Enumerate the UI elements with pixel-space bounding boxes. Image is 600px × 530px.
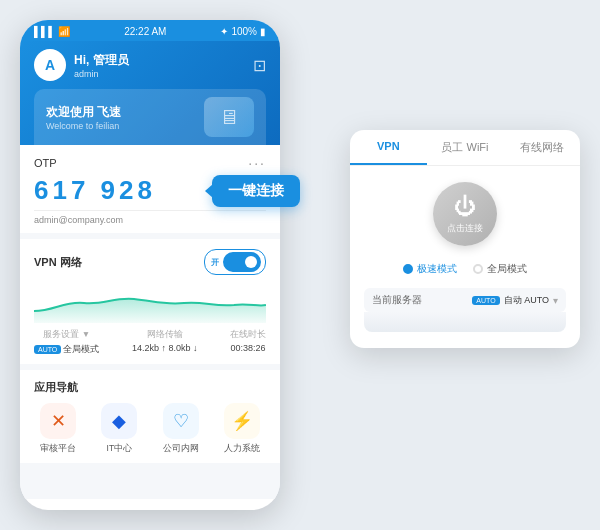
signal-bars: ▌▌▌ bbox=[34, 26, 55, 37]
popup-tabs: VPN 员工 WiFi 有线网络 bbox=[350, 130, 580, 166]
vpn-toggle-wrap[interactable]: 开 bbox=[204, 249, 266, 275]
bluetooth-icon: ✦ bbox=[220, 26, 228, 37]
vpn-mode-row: AUTO 全局模式 bbox=[34, 343, 99, 356]
welcome-illustration: 🖥 bbox=[204, 97, 254, 137]
radio-fast bbox=[403, 264, 413, 274]
wifi-icon: 📶 bbox=[58, 26, 70, 37]
vpn-service-label: 服务设置 ▼ bbox=[34, 329, 99, 341]
phone-header: A Hi, 管理员 admin ⊡ 欢迎使用 飞速 Welcome to fei… bbox=[20, 41, 280, 145]
server-row[interactable]: 当前服务器 AUTO 自动 AUTO ▾ bbox=[364, 288, 566, 312]
mode-full[interactable]: 全局模式 bbox=[473, 262, 527, 276]
app-item-hr[interactable]: ⚡ 人力系统 bbox=[218, 403, 266, 455]
audit-icon: ✕ bbox=[40, 403, 76, 439]
welcome-banner: 欢迎使用 飞速 Welcome to feilian 🖥 bbox=[34, 89, 266, 145]
radio-full bbox=[473, 264, 483, 274]
app-nav-label: 应用导航 bbox=[34, 380, 266, 395]
vpn-section: VPN 网络 开 bbox=[20, 239, 280, 364]
status-bar: ▌▌▌ 📶 22:22 AM ✦ 100% ▮ bbox=[20, 20, 280, 41]
hr-label: 人力系统 bbox=[218, 443, 266, 455]
otp-menu-dots[interactable]: ··· bbox=[248, 155, 266, 171]
tab-vpn[interactable]: VPN bbox=[350, 130, 427, 165]
intranet-label: 公司内网 bbox=[157, 443, 205, 455]
app-item-intranet[interactable]: ♡ 公司内网 bbox=[157, 403, 205, 455]
user-role: admin bbox=[74, 69, 129, 79]
vpn-label: VPN 网络 bbox=[34, 255, 82, 270]
server-row-label: 当前服务器 bbox=[372, 293, 422, 307]
tooltip-banner: 一键连接 bbox=[212, 175, 300, 207]
scan-icon[interactable]: ⊡ bbox=[253, 56, 266, 75]
it-icon: ◆ bbox=[101, 403, 137, 439]
connect-button-label: 点击连接 bbox=[447, 222, 483, 235]
otp-header: OTP ··· bbox=[34, 155, 266, 171]
hr-icon: ⚡ bbox=[224, 403, 260, 439]
phone-frame: ▌▌▌ 📶 22:22 AM ✦ 100% ▮ A Hi, 管理员 admin bbox=[20, 20, 280, 510]
app-item-audit[interactable]: ✕ 审核平台 bbox=[34, 403, 82, 455]
intranet-icon: ♡ bbox=[163, 403, 199, 439]
otp-code: 617 928 bbox=[34, 175, 156, 206]
welcome-title: 欢迎使用 飞速 bbox=[46, 104, 121, 121]
welcome-sub: Welcome to feilian bbox=[46, 121, 121, 131]
server-auto-label: 自动 AUTO bbox=[504, 294, 549, 307]
vpn-stat-service[interactable]: 服务设置 ▼ AUTO 全局模式 bbox=[34, 329, 99, 356]
app-icons-row: ✕ 审核平台 ◆ IT中心 ♡ 公司内网 ⚡ 人力系统 bbox=[34, 403, 266, 455]
user-row: A Hi, 管理员 admin ⊡ bbox=[34, 49, 266, 81]
battery-text: 100% bbox=[231, 26, 257, 37]
app-item-it[interactable]: ◆ IT中心 bbox=[95, 403, 143, 455]
app-nav: 应用导航 ✕ 审核平台 ◆ IT中心 ♡ 公司内网 ⚡ bbox=[20, 370, 280, 463]
mode-fast[interactable]: 极速模式 bbox=[403, 262, 457, 276]
bottom-blurred bbox=[364, 312, 566, 332]
otp-email: admin@company.com bbox=[34, 210, 266, 225]
popup-body: ⏻ 点击连接 极速模式 全局模式 当前服务器 AUTO 自动 AUTO ▾ bbox=[350, 166, 580, 348]
mode-full-label: 全局模式 bbox=[487, 262, 527, 276]
power-icon: ⏻ bbox=[454, 194, 476, 220]
mode-options: 极速模式 全局模式 bbox=[403, 262, 527, 276]
vpn-toggle[interactable] bbox=[223, 252, 261, 272]
tab-wired[interactable]: 有线网络 bbox=[503, 130, 580, 165]
status-signal: ▌▌▌ 📶 bbox=[34, 26, 70, 37]
vpn-header: VPN 网络 开 bbox=[34, 249, 266, 275]
vpn-transfer-label: 网络传输 bbox=[132, 329, 198, 341]
popup-card: VPN 员工 WiFi 有线网络 ⏻ 点击连接 极速模式 全局模式 当前服务器 bbox=[350, 130, 580, 348]
vpn-transfer-value: 14.2kb ↑ 8.0kb ↓ bbox=[132, 343, 198, 353]
server-badge: AUTO bbox=[472, 296, 499, 305]
user-info: A Hi, 管理员 admin bbox=[34, 49, 129, 81]
avatar: A bbox=[34, 49, 66, 81]
status-time: 22:22 AM bbox=[124, 26, 166, 37]
vpn-online-value: 00:38:26 bbox=[230, 343, 266, 353]
vpn-mode-value: 全局模式 bbox=[63, 343, 99, 356]
chevron-down-icon: ▾ bbox=[553, 295, 558, 306]
otp-label: OTP bbox=[34, 157, 57, 169]
vpn-chart bbox=[34, 283, 266, 323]
welcome-text: 欢迎使用 飞速 Welcome to feilian bbox=[46, 104, 121, 131]
connect-button[interactable]: ⏻ 点击连接 bbox=[433, 182, 497, 246]
tab-wifi[interactable]: 员工 WiFi bbox=[427, 130, 504, 165]
user-name: Hi, 管理员 bbox=[74, 52, 129, 69]
vpn-stat-transfer: 网络传输 14.2kb ↑ 8.0kb ↓ bbox=[132, 329, 198, 356]
audit-label: 审核平台 bbox=[34, 443, 82, 455]
toggle-on-label: 开 bbox=[211, 257, 219, 268]
battery-icon: ▮ bbox=[260, 26, 266, 37]
tooltip-text: 一键连接 bbox=[228, 182, 284, 198]
user-text: Hi, 管理员 admin bbox=[74, 52, 129, 79]
it-label: IT中心 bbox=[95, 443, 143, 455]
vpn-online-label: 在线时长 bbox=[230, 329, 266, 341]
vpn-mode-badge: AUTO bbox=[34, 345, 61, 354]
vpn-stat-online: 在线时长 00:38:26 bbox=[230, 329, 266, 356]
vpn-stats: 服务设置 ▼ AUTO 全局模式 网络传输 14.2kb ↑ 8.0kb ↓ 在… bbox=[34, 329, 266, 356]
mode-fast-label: 极速模式 bbox=[417, 262, 457, 276]
status-battery: ✦ 100% ▮ bbox=[220, 26, 266, 37]
server-value-wrap: AUTO 自动 AUTO ▾ bbox=[472, 294, 558, 307]
